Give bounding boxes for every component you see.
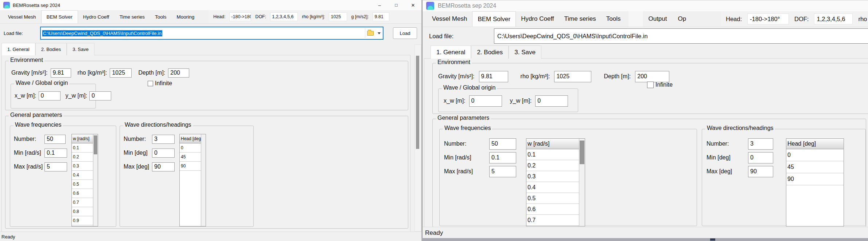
list-cell[interactable]: 0.2 bbox=[72, 153, 93, 162]
tab-vessel-mesh[interactable]: Vessel Mesh bbox=[427, 11, 472, 27]
gravity-field[interactable]: 9.81 bbox=[51, 68, 71, 78]
list-scrollbar-thumb[interactable] bbox=[94, 135, 97, 154]
list-cell[interactable]: 0.5 bbox=[526, 193, 579, 204]
tab-options-clipped[interactable]: Op bbox=[678, 11, 687, 27]
yw-field[interactable]: 0 bbox=[535, 95, 568, 107]
freq-max-field[interactable]: 5 bbox=[489, 166, 516, 177]
list-cell[interactable]: 0.8 bbox=[526, 226, 579, 226]
list-cell[interactable]: 0.5 bbox=[72, 180, 93, 189]
tab-save[interactable]: 3. Save bbox=[67, 43, 94, 55]
list-scrollbar-track[interactable] bbox=[579, 139, 585, 226]
close-button[interactable]: ✕ bbox=[405, 0, 421, 10]
rho-field[interactable]: 1025 bbox=[329, 12, 347, 21]
list-scrollbar-thumb[interactable] bbox=[580, 141, 584, 164]
list-cell[interactable]: 0.4 bbox=[72, 171, 93, 180]
tab-general[interactable]: 1. General bbox=[1, 43, 35, 55]
tab-tools[interactable]: Tools bbox=[150, 10, 172, 23]
list-cell[interactable]: 0 bbox=[180, 143, 201, 153]
tab-time-series[interactable]: Time series bbox=[114, 10, 150, 23]
tab-output[interactable]: Output bbox=[643, 11, 672, 27]
frequencies-column-header[interactable]: w [rad/s] bbox=[526, 139, 579, 149]
title-bar[interactable]: BEMRosetta sep 2024 – □ ✕ bbox=[0, 0, 421, 10]
list-cell[interactable]: 0.6 bbox=[72, 189, 93, 198]
freq-number-field[interactable]: 50 bbox=[44, 135, 66, 144]
dof-field[interactable]: 1,2,3,4,5,6 bbox=[814, 13, 853, 24]
dir-number-field[interactable]: 3 bbox=[748, 138, 773, 150]
tab-time-series[interactable]: Time series bbox=[559, 11, 601, 27]
maximize-button[interactable]: □ bbox=[388, 0, 405, 10]
minimize-button[interactable]: – bbox=[371, 0, 388, 10]
tab-vessel-mesh[interactable]: Vessel Mesh bbox=[3, 10, 41, 23]
rho-env-field[interactable]: 1025 bbox=[110, 68, 132, 78]
list-cell[interactable]: 90 bbox=[786, 173, 844, 185]
wave-directions-group: Wave directions/headings Number:3 Min [d… bbox=[120, 126, 254, 227]
list-cell[interactable]: 0.3 bbox=[526, 171, 579, 182]
xw-field[interactable]: 0 bbox=[469, 95, 502, 107]
title-bar[interactable]: BEMRosetta sep 2024 bbox=[423, 0, 868, 11]
headings-column-header[interactable]: Head [deg] bbox=[180, 134, 201, 143]
list-cell[interactable]: 0.2 bbox=[526, 160, 579, 171]
tab-bodies[interactable]: 2. Bodies bbox=[35, 43, 67, 55]
tab-bodies[interactable]: 2. Bodies bbox=[471, 46, 509, 59]
rho-env-field[interactable]: 1025 bbox=[554, 71, 591, 82]
dir-min-field[interactable]: 0 bbox=[748, 152, 773, 163]
head-field[interactable]: -180->180° bbox=[747, 13, 789, 24]
headings-column-header[interactable]: Head [deg] bbox=[786, 139, 844, 149]
list-scrollbar-track[interactable] bbox=[93, 134, 98, 226]
tab-bem-solver[interactable]: BEM Solver bbox=[472, 11, 516, 27]
g-field[interactable]: 9.81 bbox=[373, 12, 389, 21]
load-file-input[interactable]: C:\Users\DeepCwind_QDS_0\HAMS\Input\Cont… bbox=[494, 28, 868, 44]
freq-number-field[interactable]: 50 bbox=[489, 138, 516, 150]
window-scrollbar-thumb[interactable] bbox=[416, 56, 419, 149]
xw-field[interactable]: 0 bbox=[39, 91, 61, 100]
head-field[interactable]: -180->180° bbox=[229, 12, 251, 21]
dir-max-field[interactable]: 90 bbox=[748, 166, 773, 177]
head-label: Head: bbox=[726, 16, 742, 23]
infinite-checkbox[interactable] bbox=[148, 81, 153, 86]
frequencies-column-header[interactable]: w [rad/s] bbox=[72, 134, 93, 143]
freq-min-field[interactable]: 0.1 bbox=[489, 152, 516, 163]
load-file-label: Load file: bbox=[429, 33, 494, 40]
freq-number-label: Number: bbox=[444, 141, 489, 147]
window-scrollbar-track[interactable] bbox=[414, 44, 421, 232]
tab-bem-solver[interactable]: BEM Solver bbox=[41, 10, 78, 23]
infinite-checkbox[interactable] bbox=[647, 82, 654, 88]
list-cell[interactable]: 90 bbox=[180, 162, 201, 171]
list-cell[interactable]: 45 bbox=[180, 153, 201, 162]
list-cell[interactable]: 0.6 bbox=[526, 204, 579, 215]
list-cell[interactable]: 0.7 bbox=[526, 215, 579, 226]
path-dropdown-button[interactable] bbox=[375, 28, 383, 38]
list-cell[interactable]: 0.7 bbox=[72, 198, 93, 207]
list-cell[interactable]: 0.8 bbox=[72, 207, 93, 216]
tab-mooring[interactable]: Mooring bbox=[171, 10, 199, 23]
list-cell[interactable]: 0 bbox=[786, 149, 844, 161]
dof-field[interactable]: 1,2,3,4,5,6 bbox=[270, 12, 298, 21]
depth-field[interactable]: 200 bbox=[168, 68, 189, 78]
freq-max-field[interactable]: 5 bbox=[44, 162, 67, 171]
list-cell[interactable]: 0.1 bbox=[72, 143, 93, 153]
tab-save[interactable]: 3. Save bbox=[509, 46, 541, 59]
dir-min-field[interactable]: 0 bbox=[152, 149, 175, 158]
bemrosetta-window-right: BEMRosetta sep 2024 Vessel Mesh BEM Solv… bbox=[422, 0, 868, 238]
tab-tools[interactable]: Tools bbox=[601, 11, 626, 27]
dir-max-field[interactable]: 90 bbox=[152, 162, 175, 171]
depth-field[interactable]: 200 bbox=[635, 71, 669, 82]
tab-hydro-coeff[interactable]: Hydro Coeff bbox=[78, 10, 114, 23]
freq-min-field[interactable]: 0.1 bbox=[44, 149, 67, 158]
tab-general[interactable]: 1. General bbox=[431, 46, 471, 59]
list-cell[interactable]: 0.1 bbox=[526, 149, 579, 160]
list-scrollbar-track[interactable] bbox=[201, 134, 206, 226]
load-file-input[interactable]: C:\Users\DeepCwind_QDS_0\HAMS\Input\Cont… bbox=[40, 27, 384, 40]
load-button[interactable]: Load bbox=[393, 27, 417, 39]
list-cell[interactable]: 45 bbox=[786, 161, 844, 173]
list-cell[interactable]: 0.3 bbox=[72, 162, 93, 171]
dir-number-field[interactable]: 3 bbox=[152, 135, 175, 144]
list-cell[interactable]: 0.4 bbox=[526, 182, 579, 193]
browse-button[interactable] bbox=[365, 28, 375, 38]
tab-hydro-coeff[interactable]: Hydro Coeff bbox=[516, 11, 559, 27]
wave-global-origin-group: Wave / Global origin x_w [m]: 0 y_w [m]:… bbox=[438, 88, 578, 112]
yw-field[interactable]: 0 bbox=[89, 91, 111, 100]
wave-directions-legend: Wave directions/headings bbox=[123, 122, 193, 128]
gravity-field[interactable]: 9.81 bbox=[479, 71, 508, 82]
list-cell[interactable]: 0.9 bbox=[72, 216, 93, 225]
